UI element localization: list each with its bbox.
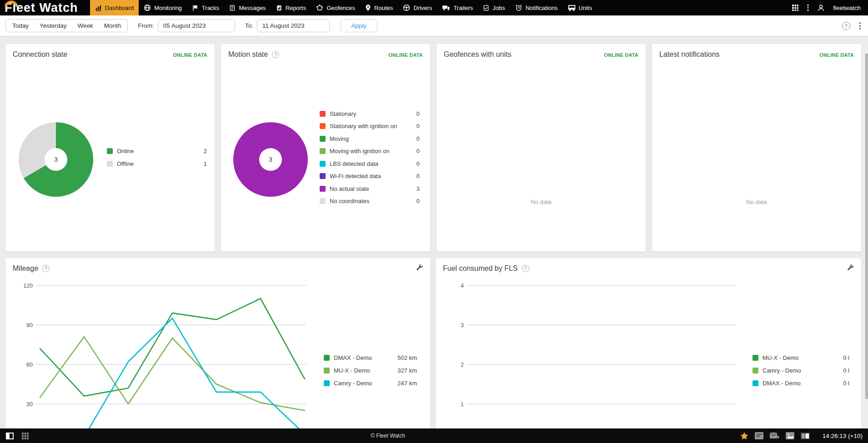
mileage-line-chart: 120906030 — [5, 258, 430, 443]
nav-item-dashboard[interactable]: Dashboard — [90, 0, 139, 15]
legend-value: 1 — [204, 160, 207, 167]
nav-items: DashboardMonitoringTracksMessagesReports… — [90, 0, 597, 15]
copyright-label: © Fleet Watch — [371, 433, 405, 439]
legend-swatch — [107, 161, 113, 167]
date-preset-group: TodayYesterdayWeekMonth — [5, 19, 128, 32]
scrollbar-thumb[interactable] — [865, 54, 868, 399]
legend-value: 3 — [416, 185, 420, 192]
card-title: Motion state ? — [228, 50, 279, 59]
legend-item-stationary-with-ignition-on: Stationary with ignition on0 — [320, 123, 420, 130]
media-panel-icon[interactable] — [786, 432, 794, 439]
nav-item-reports[interactable]: Reports — [271, 0, 311, 15]
nav-item-label: Units — [579, 5, 592, 11]
geofences-title: Geofences with units — [444, 50, 512, 59]
nav-item-drivers[interactable]: Drivers — [398, 0, 437, 15]
notes-panel-icon[interactable] — [755, 432, 763, 439]
legend-label: Stationary with ignition on — [330, 123, 416, 129]
nav-item-routes[interactable]: Routes — [360, 0, 398, 15]
legend-swatch — [753, 368, 758, 373]
nav-item-label: Tracks — [202, 5, 220, 11]
to-date-input[interactable] — [257, 19, 330, 32]
statusbar-left — [0, 433, 29, 439]
svg-text:60: 60 — [26, 362, 33, 368]
monitoring-icon — [144, 4, 151, 11]
svg-text:120: 120 — [23, 283, 33, 289]
card-title: Geofences with units — [444, 50, 512, 59]
from-date-input[interactable] — [158, 19, 235, 32]
nav-item-geofences[interactable]: Geofences — [311, 0, 360, 15]
svg-text:30: 30 — [26, 401, 33, 408]
drivers-icon — [403, 4, 410, 11]
legend-value: 0 — [416, 173, 420, 179]
apply-button[interactable]: Apply — [341, 19, 377, 32]
fuel-card: Fuel consumed by FLS ? 4321 MU-X - Demo0… — [436, 258, 861, 443]
username-label[interactable]: fleetwatch — [833, 5, 861, 11]
nav-item-jobs[interactable]: Jobs — [478, 0, 510, 15]
online-data-badge: ONLINE DATA — [604, 52, 638, 58]
legend-swatch — [320, 173, 326, 179]
page-scrollbar[interactable] — [862, 41, 868, 428]
fuel-line-chart: 4321 — [436, 258, 861, 443]
legend-swatch — [320, 111, 326, 117]
help-icon[interactable]: ? — [272, 51, 279, 58]
legend-label: Camry - Demo — [763, 367, 843, 374]
preset-week[interactable]: Week — [72, 20, 99, 31]
nav-item-monitoring[interactable]: Monitoring — [139, 0, 187, 15]
legend-value: 2 — [204, 148, 207, 154]
toolbar-menu-icon[interactable] — [859, 22, 861, 30]
legend-value: 0 l — [843, 354, 849, 361]
split-view-icon[interactable] — [801, 433, 810, 439]
nav-item-label: Jobs — [492, 5, 505, 11]
logo-arc-icon — [5, 0, 18, 7]
mileage-legend: DMAX - Demo502 kmMU-X - Demo327 kmCamry … — [324, 354, 417, 392]
legend-label: Moving — [330, 135, 416, 142]
preset-yesterday[interactable]: Yesterday — [34, 20, 72, 31]
geofences-card: Geofences with units ONLINE DATA No data — [437, 44, 646, 252]
apps-grid-icon[interactable] — [792, 4, 799, 11]
nav-item-units[interactable]: Units — [563, 0, 597, 15]
preset-today[interactable]: Today — [7, 20, 34, 31]
to-label: To: — [245, 22, 253, 29]
nav-item-messages[interactable]: Messages — [224, 0, 271, 15]
legend-value: 0 l — [843, 367, 849, 374]
card-title: Latest notifications — [659, 50, 720, 59]
donut-center-value: 3 — [45, 148, 67, 171]
legend-label: LBS detected data — [330, 160, 416, 167]
preset-month[interactable]: Month — [99, 20, 127, 31]
svg-text:1: 1 — [461, 401, 464, 408]
app-logo[interactable]: Fleet Watch — [0, 0, 90, 15]
dashboard-icon — [95, 5, 102, 11]
help-icon[interactable]: ? — [842, 22, 850, 30]
legend-item-online: Online2 — [107, 147, 207, 154]
nav-item-tracks[interactable]: Tracks — [187, 0, 225, 15]
legend-swatch — [320, 198, 326, 204]
legend-value: 0 — [416, 135, 420, 142]
latest-notifications-title: Latest notifications — [659, 50, 720, 59]
legend-label: Wi-Fi detected data — [330, 173, 416, 179]
legend-value: 0 — [416, 110, 420, 117]
user-icon[interactable] — [817, 4, 825, 12]
legend-item-dmax-demo: DMAX - Demo0 l — [753, 379, 849, 387]
star-favorites-icon[interactable] — [740, 432, 748, 440]
legend-label: MU-X - Demo — [334, 367, 397, 374]
nav-item-notifications[interactable]: Notifications — [510, 0, 563, 15]
legend-swatch — [320, 123, 326, 129]
legend-value: 247 km — [397, 380, 417, 387]
connection-legend: Online2Offline1 — [107, 147, 207, 173]
legend-label: Camry - Demo — [334, 380, 397, 387]
svg-text:3: 3 — [461, 322, 464, 329]
legend-item-moving: Moving0 — [320, 135, 420, 142]
nav-item-trailers[interactable]: Trailers — [437, 0, 478, 15]
statusbar-right: 14:26:13 (+10) — [740, 432, 868, 440]
panel-toggle-icon[interactable] — [6, 433, 14, 439]
legend-item-camry-demo: Camry - Demo247 km — [324, 379, 417, 387]
units-icon — [568, 5, 576, 11]
online-data-badge: ONLINE DATA — [173, 52, 207, 58]
legend-item-wi-fi-detected-data: Wi-Fi detected data0 — [320, 173, 420, 180]
nav-item-label: Routes — [374, 5, 393, 11]
legend-item-no-coordinates: No coordinates0 — [320, 198, 420, 205]
overflow-menu-icon[interactable] — [807, 4, 809, 11]
online-data-badge: ONLINE DATA — [388, 52, 423, 58]
bottom-grid-icon[interactable] — [22, 433, 29, 439]
messages-export-icon[interactable] — [770, 432, 779, 439]
